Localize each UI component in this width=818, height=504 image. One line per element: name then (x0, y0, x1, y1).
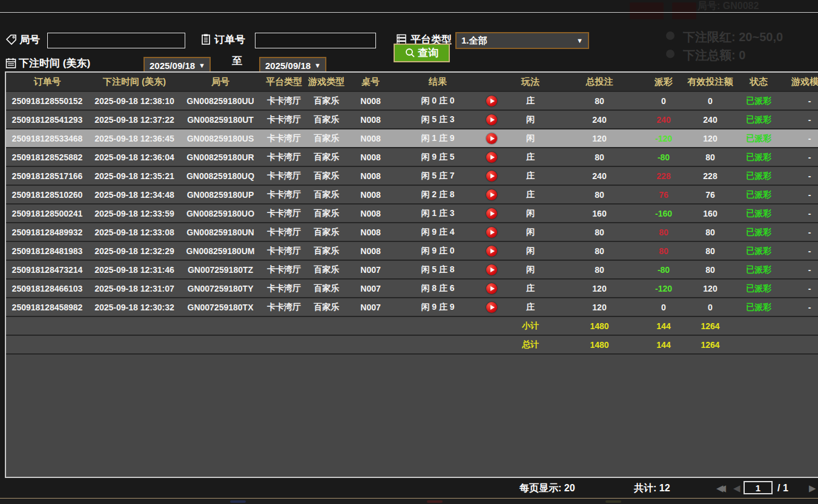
table-row[interactable]: 250918128473214 2025-09-18 12:31:46 GN00… (6, 261, 818, 280)
cell-table-number: N008 (345, 246, 396, 256)
play-video-button[interactable] (486, 264, 497, 275)
cell-game-type: 百家乐 (308, 96, 345, 106)
chevron-down-icon: ▼ (199, 62, 205, 69)
play-video-button[interactable] (486, 246, 497, 257)
page-size-label: 每页显示: 20 (519, 482, 575, 495)
grand-total-valid-bet: 1264 (685, 340, 735, 350)
cell-bet-time: 2025-09-18 12:36:45 (88, 134, 180, 143)
query-button[interactable]: 查询 (394, 44, 450, 62)
order-number-input[interactable] (255, 33, 376, 48)
table-row[interactable]: 250918128466103 2025-09-18 12:31:07 GN00… (6, 280, 818, 298)
cell-platform: 卡卡湾厅 (260, 152, 308, 163)
cell-order-id: 250918128500241 (6, 209, 88, 218)
column-header: 结果 (396, 76, 480, 88)
cell-bet-time: 2025-09-18 12:36:04 (88, 152, 180, 162)
play-video-button[interactable] (486, 302, 497, 313)
play-icon (490, 267, 495, 272)
cell-order-id: 250918128481983 (6, 246, 88, 256)
subtotal-payout: 144 (642, 321, 685, 331)
cell-bet-type: 庄 (504, 283, 557, 294)
table-body: 250918128550152 2025-09-18 12:38:10 GN00… (6, 92, 818, 317)
cell-valid-bet: 120 (685, 134, 735, 143)
date-from-value: 2025/09/18 (150, 61, 195, 71)
cell-table-number: N008 (345, 209, 396, 218)
cell-game-mode: - (782, 284, 818, 293)
cell-game-mode: - (782, 152, 818, 162)
grand-total-row: 总计 1480 144 1264 (6, 336, 818, 355)
cell-game-mode: - (782, 171, 818, 181)
subtotal-valid-bet: 1264 (685, 321, 735, 331)
table-row[interactable]: 250918128525882 2025-09-18 12:36:04 GN00… (6, 148, 818, 167)
round-number-input[interactable] (47, 33, 185, 48)
date-range-to-label: 至 (232, 54, 242, 68)
cell-status: 已派彩 (735, 96, 782, 106)
cell-bet-type: 闲 (504, 227, 557, 238)
cell-bet-type: 闲 (504, 208, 557, 219)
cell-bet-type: 闲 (504, 133, 557, 144)
table-row[interactable]: 250918128481983 2025-09-18 12:32:29 GN00… (6, 242, 818, 261)
cell-result: 闲 2 庄 8 (396, 189, 480, 200)
table-row[interactable]: 250918128500241 2025-09-18 12:33:59 GN00… (6, 205, 818, 223)
cell-bet-time: 2025-09-18 12:32:29 (88, 246, 180, 256)
clipboard-icon (200, 33, 212, 45)
cell-platform: 卡卡湾厅 (260, 227, 308, 238)
cell-valid-bet: 80 (685, 152, 735, 162)
table-row[interactable]: 250918128517166 2025-09-18 12:35:21 GN00… (6, 167, 818, 186)
cell-game-type: 百家乐 (308, 264, 345, 275)
play-video-button[interactable] (486, 96, 497, 106)
previous-page-button[interactable]: ◀ (733, 483, 740, 494)
cell-bet-time: 2025-09-18 12:31:46 (88, 265, 180, 275)
next-page-button[interactable]: ▶ (809, 483, 816, 494)
play-video-button[interactable] (486, 227, 497, 238)
play-video-button[interactable] (486, 208, 497, 219)
table-row[interactable]: 250918128510260 2025-09-18 12:34:48 GN00… (6, 186, 818, 205)
cell-order-id: 250918128525882 (6, 152, 88, 162)
query-button-label: 查询 (418, 46, 438, 60)
play-video-button[interactable] (486, 283, 497, 294)
cell-table-number: N007 (345, 284, 396, 293)
platform-type-select[interactable]: 1.全部 ▼ (455, 32, 589, 49)
cell-total-bet: 120 (557, 134, 642, 143)
cell-table-number: N008 (345, 115, 396, 125)
cell-game-type: 百家乐 (308, 246, 345, 257)
cell-bet-type: 闲 (504, 264, 557, 275)
table-row[interactable]: 250918128489932 2025-09-18 12:33:08 GN00… (6, 223, 818, 242)
cell-game-mode: - (782, 209, 818, 218)
cell-bet-time: 2025-09-18 12:33:08 (88, 227, 180, 237)
cell-platform: 卡卡湾厅 (260, 264, 308, 275)
cell-result: 闲 1 庄 9 (396, 133, 480, 144)
first-page-button[interactable]: ◀◀ (716, 483, 732, 494)
cell-round-id: GN007259180TY (180, 284, 260, 293)
play-icon (490, 192, 495, 197)
table-row[interactable]: 250918128458982 2025-09-18 12:30:32 GN00… (6, 298, 818, 317)
play-video-button[interactable] (486, 152, 497, 163)
cell-bet-type: 庄 (504, 152, 557, 163)
table-row[interactable]: 250918128533468 2025-09-18 12:36:45 GN00… (6, 129, 818, 148)
cell-result: 闲 5 庄 8 (396, 264, 480, 275)
play-video-button[interactable] (486, 171, 497, 182)
cell-game-type: 百家乐 (308, 133, 345, 144)
play-video-button[interactable] (486, 114, 497, 125)
play-video-button[interactable] (486, 133, 497, 144)
table-row[interactable]: 250918128541293 2025-09-18 12:37:22 GN00… (6, 111, 818, 129)
cell-platform: 卡卡湾厅 (260, 114, 308, 125)
cell-payout: -120 (642, 284, 685, 293)
ghost-smudge (230, 500, 246, 503)
cell-valid-bet: 0 (685, 96, 735, 106)
table-row[interactable]: 250918128550152 2025-09-18 12:38:10 GN00… (6, 92, 818, 111)
cell-bet-type: 庄 (504, 189, 557, 200)
calendar-icon (5, 57, 17, 69)
cell-table-number: N008 (345, 152, 396, 162)
cell-result: 闲 9 庄 4 (396, 227, 480, 238)
cell-result: 闲 0 庄 0 (396, 96, 480, 106)
cell-bet-time: 2025-09-18 12:31:07 (88, 284, 180, 293)
column-header: 游戏模式 (782, 76, 818, 88)
cell-table-number: N008 (345, 190, 396, 200)
page-number-input[interactable] (744, 481, 773, 494)
column-header: 订单号 (6, 76, 88, 88)
cell-status: 已派彩 (735, 114, 782, 125)
cell-total-bet: 120 (557, 284, 642, 293)
play-video-button[interactable] (486, 189, 497, 200)
cell-valid-bet: 160 (685, 209, 735, 218)
cell-total-bet: 80 (557, 246, 642, 256)
